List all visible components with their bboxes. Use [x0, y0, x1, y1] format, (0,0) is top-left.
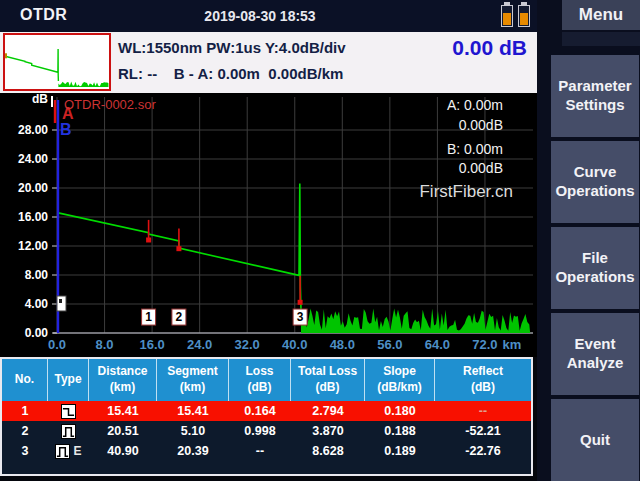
datetime-label: 2019-08-30 18:53: [150, 8, 370, 24]
svg-text:12.00: 12.00: [18, 239, 48, 253]
thumb-noise: [58, 82, 108, 87]
otdr-trace-chart[interactable]: dB0.004.008.0012.0016.0020.0024.0028.000…: [0, 93, 537, 357]
svg-text:1: 1: [145, 310, 152, 324]
svg-text:0.00dB: 0.00dB: [459, 160, 503, 176]
column-header: Total Loss(dB): [291, 359, 365, 401]
event-reflect: -22.76: [435, 441, 531, 461]
event-loss: 0.998: [229, 421, 291, 441]
svg-text:B: 0.00m: B: 0.00m: [447, 141, 503, 157]
event-loss: 0.164: [229, 401, 291, 421]
event-row[interactable]: 1 15.41 15.41 0.164 2.794 0.180 --: [2, 401, 531, 421]
event-marker: 2: [172, 229, 186, 325]
rl-ba-readout-label: RL: -- B - A: 0.00m 0.00dB/km: [118, 65, 343, 82]
svg-text:3: 3: [297, 310, 304, 324]
svg-text:8.00: 8.00: [25, 268, 49, 282]
loss-value-readout: 0.00 dB: [452, 36, 527, 60]
event-total-loss: 3.870: [291, 421, 365, 441]
fiber-end-label: E: [73, 444, 81, 458]
column-header: Slope(dB/km): [365, 359, 435, 401]
column-header: No.: [2, 359, 48, 401]
trace-thumbnail: [3, 33, 111, 91]
bottom-strip: [0, 477, 537, 481]
event-segment: 15.41: [157, 401, 229, 421]
event-type-icon: [55, 444, 70, 459]
event-slope: 0.180: [365, 401, 435, 421]
softkey-sidebar: Menu Parameter Settings Curve Operations…: [537, 0, 640, 481]
column-header: Distance(km): [89, 359, 157, 401]
event-type-icon: [61, 424, 76, 439]
svg-text:2: 2: [176, 310, 183, 324]
svg-text:32.0: 32.0: [235, 337, 260, 352]
wavelength-pulse-scale-label: WL:1550nm PW:1us Y:4.0dB/div: [118, 39, 346, 56]
quit-button[interactable]: Quit: [551, 399, 639, 481]
svg-text:A: 0.00m: A: 0.00m: [447, 97, 503, 113]
event-row[interactable]: 3 E 40.90 20.39 -- 8.628 0.189 -22.76: [2, 441, 531, 461]
svg-text:0.00: 0.00: [25, 326, 49, 340]
menu-button[interactable]: Menu: [562, 0, 640, 30]
event-distance: 40.90: [89, 441, 157, 461]
svg-text:16.0: 16.0: [139, 337, 164, 352]
svg-text:4.00: 4.00: [25, 297, 49, 311]
y-axis-labels: dB0.004.008.0012.0016.0020.0024.0028.00: [18, 93, 57, 340]
event-loss: --: [229, 441, 291, 461]
svg-text:24.0: 24.0: [187, 337, 212, 352]
thumb-trace: [5, 49, 58, 81]
battery-icon: [518, 5, 530, 27]
file-operations-button[interactable]: File Operations: [551, 227, 639, 309]
column-header: Segment(km): [157, 359, 229, 401]
event-table: No. Type Distance(km) Segment(km) Loss(d…: [0, 357, 533, 476]
event-analyze-button[interactable]: Event Analyze: [551, 313, 639, 395]
curve-operations-button[interactable]: Curve Operations: [551, 141, 639, 223]
trace-filename: OTDR-0002.sor: [64, 97, 156, 112]
svg-text:48.0: 48.0: [330, 337, 355, 352]
svg-text:28.00: 28.00: [18, 123, 48, 137]
svg-text:16.00: 16.00: [18, 210, 48, 224]
noise-floor: [301, 308, 530, 333]
event-reflect: --: [435, 401, 531, 421]
event-type-icon: [61, 404, 76, 419]
event-no: 1: [2, 401, 48, 421]
svg-text:0.0: 0.0: [48, 337, 66, 352]
event-total-loss: 8.628: [291, 441, 365, 461]
event-distance: 15.41: [89, 401, 157, 421]
svg-text:64.0: 64.0: [425, 337, 450, 352]
event-slope: 0.188: [365, 421, 435, 441]
event-segment: 5.10: [157, 421, 229, 441]
battery-icon: [501, 5, 513, 27]
svg-text:56.0: 56.0: [377, 337, 402, 352]
svg-text:20.00: 20.00: [18, 181, 48, 195]
otdr-screen: OTDR 2019-08-30 18:53 WL:1550nm PW:1us Y…: [0, 0, 640, 481]
cursor-readouts: A: 0.00m0.00dBB: 0.00m0.00dB: [447, 97, 503, 176]
svg-text:72.0: 72.0: [472, 337, 497, 352]
watermark: FirstFiber.cn: [419, 182, 513, 201]
svg-text:40.0: 40.0: [282, 337, 307, 352]
menu-shadow: [562, 32, 640, 46]
app-title: OTDR: [20, 6, 67, 24]
event-no: 3: [2, 441, 48, 461]
event-total-loss: 2.794: [291, 401, 365, 421]
event-no: 2: [2, 421, 48, 441]
event-distance: 20.51: [89, 421, 157, 441]
column-header: Loss(dB): [229, 359, 291, 401]
svg-text:8.0: 8.0: [96, 337, 114, 352]
svg-text:0.00dB: 0.00dB: [459, 117, 503, 133]
x-axis-labels: 0.08.016.024.032.040.048.056.064.072.0km: [48, 337, 521, 352]
svg-text:24.00: 24.00: [18, 152, 48, 166]
event-reflect: -52.21: [435, 421, 531, 441]
measurement-info-panel: WL:1550nm PW:1us Y:4.0dB/div RL: -- B - …: [0, 32, 537, 93]
column-header: Type: [48, 359, 89, 401]
svg-text:B: B: [60, 121, 72, 138]
svg-text:km: km: [503, 337, 522, 352]
parameter-settings-button[interactable]: Parameter Settings: [551, 55, 639, 137]
svg-text:dB: dB: [32, 93, 48, 106]
column-header: Reflect(dB): [435, 359, 531, 401]
event-segment: 20.39: [157, 441, 229, 461]
event-table-header: No. Type Distance(km) Segment(km) Loss(d…: [2, 359, 531, 401]
event-slope: 0.189: [365, 441, 435, 461]
event-row[interactable]: 2 20.51 5.10 0.998 3.870 0.188 -52.21: [2, 421, 531, 441]
